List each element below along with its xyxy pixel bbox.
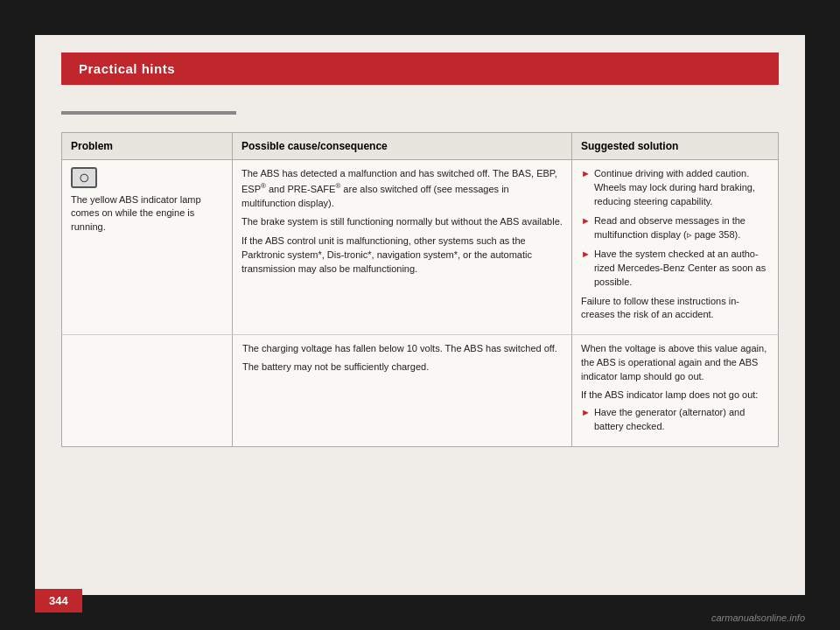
page-number: 344 [35,589,82,612]
col-header-cause: Possible cause/consequence [233,133,572,159]
solution2-bullet-text-1: Have the generator (alternator) and batt… [594,406,769,434]
table-row: ◯ The yellow ABS indicator lamp comes on… [62,160,778,335]
col-header-problem: Problem [62,133,233,159]
cause2-para-2: The battery may not be sufficiently char… [242,360,563,374]
main-table: Problem Possible cause/consequence Sugge… [61,132,779,447]
page-title: Practical hints [79,61,175,76]
table-header-row: Problem Possible cause/consequence Sugge… [62,133,778,160]
watermark: carmanualsonline.info [711,612,805,623]
header-bar: Practical hints [61,52,779,85]
bullet-arrow-icon: ► [581,214,591,228]
bullet-arrow-icon: ► [581,406,591,420]
solution2-para-1: When the voltage is above this value aga… [581,342,769,384]
solution2-bullet-1: ► Have the generator (alternator) and ba… [581,406,769,434]
solution-bullet-2: ► Read and observe messages in the multi… [581,214,769,242]
abs-icon-label: ◯ [80,173,88,182]
table-row: The charging voltage has fallen below 10… [62,335,778,446]
solution-warning: Failure to follow these instructions in-… [581,295,769,323]
cause2-para-1: The charging voltage has fallen below 10… [242,342,563,356]
bullet-arrow-icon: ► [581,248,591,262]
solution-bullet-1: ► Continue driving with added caution. W… [581,167,769,209]
cause-para-2: The brake system is still functioning no… [242,215,563,229]
solution-bullet-text-3: Have the system checked at an autho-rize… [594,248,769,290]
page-content: Practical hints Problem Possible cause/c… [35,35,805,595]
cell-cause-2: The charging voltage has fallen below 10… [233,335,572,446]
abs-warning-icon: ◯ [71,167,97,188]
cause-para-1: The ABS has detected a malfunction and h… [242,167,563,210]
solution-bullet-text-1: Continue driving with added caution. Whe… [594,167,769,209]
solution2-para-2: If the ABS indicator lamp does not go ou… [581,388,769,402]
cell-problem-empty [62,335,233,446]
problem-description: The yellow ABS indicator lamp comes on w… [71,193,223,234]
bullet-arrow-icon: ► [581,167,591,181]
cell-problem: ◯ The yellow ABS indicator lamp comes on… [62,160,233,334]
solution-bullet-3: ► Have the system checked at an autho-ri… [581,248,769,290]
cell-solution-2: When the voltage is above this value aga… [572,335,778,446]
solution-bullet-text-2: Read and observe messages in the multifu… [594,214,769,242]
col-header-solution: Suggested solution [572,133,778,159]
cause-para-3: If the ABS control unit is malfunctionin… [242,234,563,276]
cell-cause: The ABS has detected a malfunction and h… [233,160,572,334]
cell-solution: ► Continue driving with added caution. W… [572,160,778,334]
divider-line [61,111,236,115]
